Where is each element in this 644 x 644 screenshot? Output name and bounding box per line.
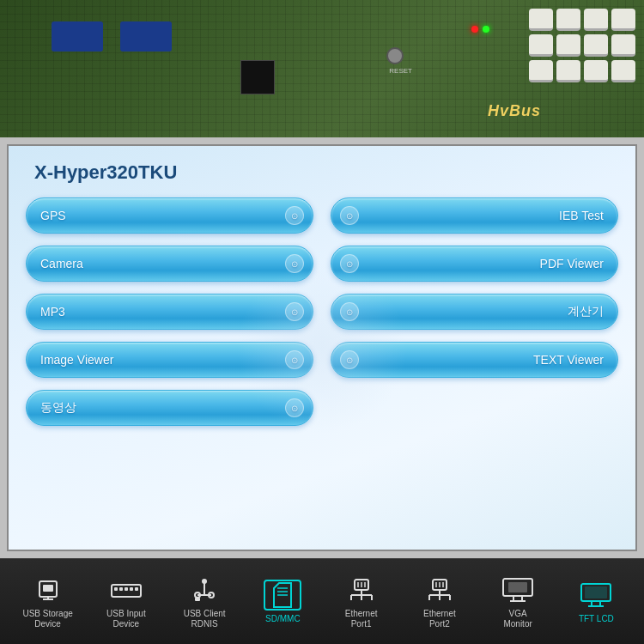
app-btn-pdf-viewer[interactable]: PDF Viewer ⊙	[331, 246, 618, 282]
reset-label: RESET	[389, 67, 412, 75]
led-indicators	[471, 26, 489, 33]
app-btn-image-viewer[interactable]: Image Viewer ⊙	[26, 342, 313, 378]
key-6[interactable]	[556, 34, 580, 57]
tft-lcd-label: TFT LCD	[579, 614, 614, 624]
taskbar: USB StorageDevice USB InputDevice	[0, 558, 644, 644]
vga-icon	[499, 574, 537, 605]
app-icon-gps: ⊙	[285, 206, 304, 225]
ethernet2-icon	[421, 574, 459, 605]
key-10[interactable]	[556, 60, 580, 82]
svg-rect-3	[43, 598, 53, 600]
app-label-mp3: MP3	[40, 305, 65, 319]
key-11[interactable]	[584, 60, 608, 82]
key-4[interactable]	[611, 9, 635, 31]
app-grid: GPS ⊙ Camera ⊙ MP3 ⊙ Image Viewer ⊙ 동영상	[26, 197, 618, 541]
svg-rect-9	[135, 587, 138, 591]
key-5[interactable]	[529, 34, 553, 57]
taskbar-item-sdmmc[interactable]: SD/MMC	[252, 580, 313, 624]
app-label-video: 동영상	[40, 400, 76, 416]
key-3[interactable]	[584, 9, 608, 31]
usb-client-label: USB ClientRDNIS	[184, 609, 226, 629]
lcd-screen: X-Hyper320TKU GPS ⊙ Camera ⊙ MP3 ⊙ Image…	[7, 144, 637, 551]
usb-input-label: USB InputDevice	[106, 609, 146, 629]
svg-rect-43	[585, 586, 607, 598]
svg-rect-8	[130, 587, 133, 591]
key-1[interactable]	[529, 9, 553, 31]
ethernet1-icon	[343, 574, 380, 605]
vga-label: VGAMonitor	[503, 609, 532, 629]
right-app-column: IEB Test ⊙ PDF Viewer ⊙ 계산기 ⊙ TEXT Viewe…	[331, 197, 618, 541]
taskbar-item-usb-client[interactable]: USB ClientRDNIS	[174, 574, 234, 629]
app-icon-image-viewer: ⊙	[285, 350, 304, 369]
svg-rect-15	[195, 598, 200, 601]
led-red	[471, 26, 478, 33]
app-icon-video: ⊙	[285, 398, 304, 417]
taskbar-item-tft-lcd[interactable]: TFT LCD	[566, 580, 626, 624]
pcb-board: RESET HvBus	[0, 0, 644, 137]
usb-client-icon	[185, 574, 223, 605]
ethernet1-label: EthernetPort1	[345, 609, 378, 629]
led-green	[483, 26, 489, 33]
app-icon-ieb-test: ⊙	[340, 206, 359, 225]
capacitor-2	[120, 21, 172, 52]
app-btn-calculator[interactable]: 계산기 ⊙	[331, 294, 618, 330]
usb-storage-icon	[29, 574, 67, 605]
screen-title: X-Hyper320TKU	[34, 161, 177, 184]
app-label-pdf-viewer: PDF Viewer	[540, 257, 604, 270]
app-icon-mp3: ⊙	[285, 302, 304, 321]
app-label-ieb-test: IEB Test	[559, 209, 604, 222]
app-btn-text-viewer[interactable]: TEXT Viewer ⊙	[331, 342, 618, 378]
app-label-gps: GPS	[40, 209, 66, 222]
key-7[interactable]	[584, 34, 608, 57]
app-btn-video[interactable]: 동영상 ⊙	[26, 390, 313, 426]
key-8[interactable]	[611, 34, 635, 57]
app-label-camera: Camera	[40, 257, 83, 270]
svg-rect-6	[119, 587, 123, 591]
taskbar-item-ethernet1[interactable]: EthernetPort1	[331, 574, 392, 629]
app-btn-ieb-test[interactable]: IEB Test ⊙	[331, 197, 618, 234]
app-icon-text-viewer: ⊙	[340, 350, 359, 369]
svg-rect-1	[43, 585, 53, 592]
sdmmc-label: SD/MMC	[265, 614, 301, 624]
svg-rect-5	[114, 587, 118, 591]
reset-button[interactable]	[386, 47, 404, 64]
app-label-image-viewer: Image Viewer	[40, 353, 113, 367]
ethernet2-label: EthernetPort2	[423, 609, 456, 629]
keypad-grid	[529, 9, 635, 82]
app-btn-mp3[interactable]: MP3 ⊙	[26, 294, 313, 330]
taskbar-item-usb-input[interactable]: USB InputDevice	[96, 574, 156, 629]
svg-rect-7	[125, 587, 128, 591]
taskbar-item-ethernet2[interactable]: EthernetPort2	[410, 574, 470, 629]
taskbar-item-usb-storage[interactable]: USB StorageDevice	[18, 574, 78, 629]
app-label-text-viewer: TEXT Viewer	[533, 353, 604, 367]
usb-storage-label: USB StorageDevice	[22, 609, 72, 629]
app-icon-pdf-viewer: ⊙	[340, 254, 359, 273]
key-12[interactable]	[611, 60, 635, 82]
app-btn-gps[interactable]: GPS ⊙	[26, 197, 313, 234]
key-9[interactable]	[529, 60, 553, 82]
sdmmc-icon	[264, 580, 301, 611]
ic-chip	[240, 60, 275, 94]
pcb-brand-label: HvBus	[488, 102, 541, 120]
capacitor-1	[52, 21, 103, 52]
app-icon-calculator: ⊙	[340, 302, 359, 321]
svg-point-11	[202, 579, 207, 584]
screen-bezel: X-Hyper320TKU GPS ⊙ Camera ⊙ MP3 ⊙ Image…	[0, 137, 644, 558]
svg-rect-38	[508, 582, 527, 592]
key-2[interactable]	[556, 9, 580, 31]
app-icon-camera: ⊙	[285, 254, 304, 273]
usb-input-icon	[107, 574, 145, 605]
app-label-calculator: 계산기	[568, 304, 604, 319]
taskbar-item-vga[interactable]: VGAMonitor	[488, 574, 548, 629]
app-btn-camera[interactable]: Camera ⊙	[26, 246, 313, 282]
tft-lcd-icon	[577, 580, 615, 611]
left-app-column: GPS ⊙ Camera ⊙ MP3 ⊙ Image Viewer ⊙ 동영상	[26, 197, 313, 541]
